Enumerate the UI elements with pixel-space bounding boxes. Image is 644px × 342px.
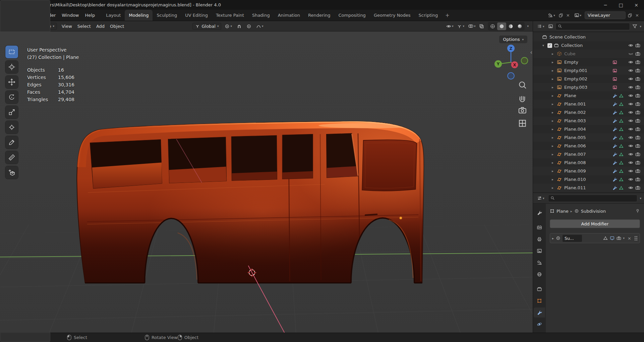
disable-in-renders-toggle[interactable] [634,68,641,73]
modifier-wrench-icon[interactable] [612,186,617,190]
outliner-row[interactable]: ▾ ✓ Collection [533,41,644,50]
outliner-row[interactable]: ▸ ✓ Plane.002 [533,108,644,117]
snap-toggle[interactable] [235,23,243,29]
pin-icon[interactable] [635,209,640,213]
unlink-scene-button[interactable]: × [565,13,571,18]
tool-annotate[interactable] [5,136,18,149]
hide-in-viewport-toggle[interactable] [627,143,634,148]
hide-in-viewport-toggle[interactable] [627,152,634,157]
mesh-data-icon[interactable] [619,160,624,165]
image-badge-icon[interactable] [612,68,617,73]
modifier-wrench-icon[interactable] [612,160,617,165]
outliner-item-name[interactable]: Plane.002 [564,110,586,115]
disable-in-renders-toggle[interactable] [634,177,641,182]
modifier-panel-header[interactable]: ▸ Su... ▾ × [550,233,640,243]
outliner-item-name[interactable]: Collection [561,43,583,48]
tool-add-cube[interactable] [5,166,18,179]
mesh-data-icon[interactable] [619,144,624,148]
shading-material-button[interactable] [506,22,515,30]
outliner-item-name[interactable]: Cube [564,51,576,56]
render-display-toggle[interactable] [617,236,621,241]
outliner-row[interactable]: ▸ ✓ Plane.009 [533,167,644,175]
outliner-row[interactable]: ▸ ✓ Plane.003 [533,117,644,125]
mesh-data-icon[interactable] [619,186,624,190]
outliner-row[interactable]: ▸ ✓ Empty.003 [533,83,644,91]
disclosure-triangle-icon[interactable]: ▸ [552,161,557,164]
workspace-tab[interactable]: Compositing [334,10,370,21]
properties-options-dropdown[interactable]: ▾ [640,197,641,200]
options-button[interactable]: Options ▾ [499,36,527,43]
disclosure-triangle-icon[interactable]: ▸ [552,136,557,139]
sidebar-collapse-arrow[interactable]: ‹ [530,49,532,56]
disclosure-triangle-icon[interactable]: ▸ [552,77,557,81]
mesh-data-icon[interactable] [619,102,624,107]
mesh-data-icon[interactable] [619,152,624,157]
modifier-wrench-icon[interactable] [612,169,617,174]
breadcrumb-modifier[interactable]: Subdivision [581,209,606,214]
image-badge-icon[interactable] [612,85,617,90]
outliner-item-name[interactable]: Plane.001 [564,101,586,107]
mesh-data-icon[interactable] [619,127,624,132]
disable-in-renders-toggle[interactable] [634,127,641,132]
disclosure-triangle-icon[interactable]: ▸ [552,119,557,123]
outliner-item-name[interactable]: Plane [564,93,576,98]
disable-in-renders-toggle[interactable] [634,85,641,90]
tool-move[interactable] [5,76,18,88]
outliner-row[interactable]: ✓ Scene Collection [533,33,644,41]
hide-in-viewport-toggle[interactable] [627,177,634,182]
hide-in-viewport-toggle[interactable] [627,76,634,81]
tab-object[interactable] [534,296,545,306]
image-badge-icon[interactable] [612,60,617,65]
workspace-tab[interactable]: Geometry Nodes [370,10,415,21]
tool-rotate[interactable] [5,91,18,104]
outliner-row[interactable]: ▸ ✓ Plane [533,91,644,100]
shading-wireframe-button[interactable] [488,22,497,30]
outliner-row[interactable]: ▸ ✓ Plane.001 [533,100,644,108]
outliner-item-name[interactable]: Empty.003 [564,85,587,90]
menu-item[interactable]: Help [82,11,98,19]
modifier-wrench-icon[interactable] [612,127,617,132]
disclosure-triangle-icon[interactable]: ▸ [552,102,557,106]
tool-cursor[interactable] [5,61,18,73]
viewlayer-browse-button[interactable]: ▾ [573,12,583,19]
outliner-item-name[interactable]: Plane.005 [564,135,586,140]
workspace-tab[interactable]: UV Editing [181,10,212,21]
tab-scene[interactable] [534,258,545,268]
disclosure-triangle-icon[interactable]: ▸ [552,178,557,181]
display-mode-icon[interactable] [548,24,553,29]
mesh-data-icon[interactable] [619,93,624,98]
workspace-tab[interactable]: Rendering [304,10,334,21]
outliner-row[interactable]: ▸ ✓ Plane.011 [533,184,644,192]
disable-in-renders-toggle[interactable] [634,118,641,123]
close-button[interactable]: × [629,0,644,10]
hide-in-viewport-toggle[interactable] [627,160,634,165]
hide-in-viewport-toggle[interactable] [627,85,634,90]
outliner-row[interactable]: ▸ ✓ Plane.005 [533,133,644,142]
tool-measure[interactable] [5,151,18,164]
outliner-item-name[interactable]: Plane.007 [564,152,586,157]
3d-viewport[interactable]: Z Y X [0,31,533,333]
modifier-wrench-icon[interactable] [612,152,617,157]
outliner-item-name[interactable]: Empty.001 [564,68,587,73]
hide-in-viewport-toggle[interactable] [627,51,634,56]
disable-in-renders-toggle[interactable] [634,93,641,98]
filter-funnel-icon[interactable] [632,24,637,29]
viewlayer-selector[interactable]: ViewLayer [585,11,626,19]
add-workspace-button[interactable]: + [442,12,453,18]
xray-toggle[interactable] [478,23,485,29]
modifier-wrench-icon[interactable] [612,93,617,98]
hide-in-viewport-toggle[interactable] [627,185,634,190]
disable-in-renders-toggle[interactable] [634,76,641,81]
disclosure-triangle-icon[interactable]: ▾ [542,44,547,47]
drag-handle[interactable] [634,236,638,241]
disclosure-triangle-icon[interactable]: ▸ [552,111,557,114]
tool-transform[interactable] [5,121,18,134]
viewport-menu-item[interactable]: Add [94,23,107,30]
properties-editor-type-button[interactable]: ▾ [536,195,546,201]
overlays-dropdown[interactable]: ▾ [467,23,477,29]
outliner-item-name[interactable]: Plane.006 [564,143,586,148]
tab-world[interactable] [534,269,545,279]
tab-physics[interactable] [534,319,545,329]
disclosure-triangle-icon[interactable]: ▸ [552,52,557,56]
mesh-data-icon[interactable] [619,177,624,182]
